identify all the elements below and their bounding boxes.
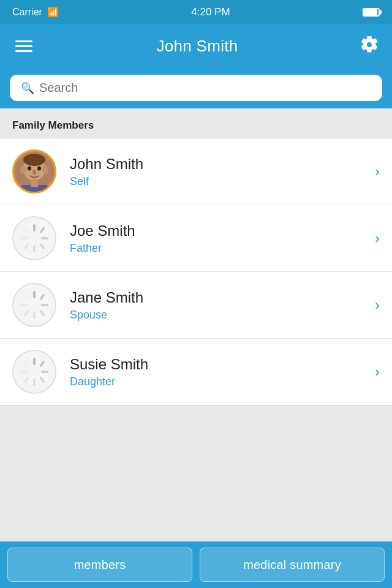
hamburger-line-2 [15, 45, 32, 47]
loading-spinner-icon [18, 222, 51, 255]
svg-line-31 [25, 378, 28, 382]
avatar-jane-smith [12, 283, 56, 327]
member-name: Joe Smith [70, 222, 375, 239]
section-header: Family Members [0, 108, 392, 138]
member-relation: Father [70, 242, 375, 255]
member-info-joe: Joe Smith Father [70, 222, 375, 255]
tab-medical-summary-label: medical summary [243, 558, 341, 572]
member-info-susie: Susie Smith Daughter [70, 356, 375, 388]
member-name: Jane Smith [70, 289, 375, 306]
svg-line-11 [41, 228, 43, 232]
search-bar-wrapper: 🔍 [0, 67, 392, 108]
avatar-joe-smith [12, 216, 56, 260]
menu-button[interactable] [12, 37, 36, 55]
gear-icon [359, 34, 380, 55]
member-row[interactable]: Joe Smith Father › [0, 205, 392, 272]
svg-line-27 [41, 362, 43, 366]
loading-spinner-icon [18, 288, 51, 322]
search-bar[interactable]: 🔍 [10, 75, 382, 101]
search-icon: 🔍 [21, 81, 34, 95]
tab-medical-summary[interactable]: medical summary [200, 548, 385, 582]
tab-members[interactable]: members [7, 548, 192, 582]
svg-line-13 [41, 244, 43, 248]
loading-spinner-icon [18, 355, 51, 388]
carrier-label: Carrier [12, 7, 42, 18]
svg-line-25 [25, 295, 28, 299]
svg-line-17 [25, 228, 28, 232]
svg-point-7 [32, 170, 36, 175]
navbar: John Smith [0, 24, 392, 67]
status-bar-left: Carrier 📶 [12, 7, 59, 18]
hamburger-line-1 [15, 40, 32, 42]
member-row[interactable]: Jane Smith Spouse › [0, 272, 392, 339]
member-name: Susie Smith [70, 356, 375, 373]
svg-line-33 [25, 362, 28, 366]
chevron-right-icon[interactable]: › [375, 230, 380, 247]
chevron-right-icon[interactable]: › [375, 363, 380, 380]
john-avatar-image [14, 151, 55, 192]
tab-bar: members medical summary [0, 541, 392, 588]
status-bar-time: 4:20 PM [191, 6, 230, 18]
navbar-title: John Smith [156, 37, 238, 56]
svg-point-6 [37, 167, 41, 171]
member-name: John Smith [70, 156, 375, 173]
svg-point-2 [23, 154, 45, 166]
hamburger-line-3 [15, 50, 32, 52]
member-info-john: John Smith Self [70, 156, 375, 188]
svg-line-29 [41, 378, 43, 382]
svg-line-21 [41, 311, 43, 315]
chevron-right-icon[interactable]: › [375, 296, 380, 314]
member-relation: Daughter [70, 375, 375, 388]
settings-button[interactable] [359, 34, 380, 58]
svg-line-19 [41, 295, 43, 299]
member-relation: Spouse [70, 309, 375, 322]
chevron-right-icon[interactable]: › [375, 163, 380, 180]
member-info-jane: Jane Smith Spouse [70, 289, 375, 322]
wifi-icon: 📶 [47, 7, 59, 18]
status-bar-right [363, 8, 380, 17]
search-input[interactable] [39, 81, 371, 95]
avatar-john-smith [12, 149, 56, 194]
svg-point-3 [20, 165, 26, 174]
status-bar: Carrier 📶 4:20 PM [0, 0, 392, 24]
svg-line-23 [25, 311, 28, 315]
svg-point-4 [42, 165, 48, 174]
svg-line-15 [25, 244, 28, 248]
avatar-susie-smith [12, 350, 56, 394]
svg-point-5 [28, 167, 31, 171]
tab-members-label: members [74, 558, 126, 572]
battery-icon [363, 8, 380, 17]
svg-rect-9 [31, 179, 38, 187]
members-list: John Smith Self › Joe Smith [0, 138, 392, 405]
member-relation: Self [70, 175, 375, 188]
member-row[interactable]: John Smith Self › [0, 138, 392, 205]
member-row[interactable]: Susie Smith Daughter › [0, 339, 392, 405]
